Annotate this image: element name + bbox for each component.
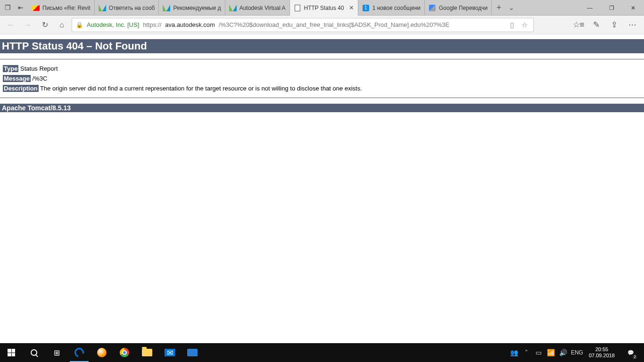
taskbar-firefox[interactable]: [91, 343, 113, 362]
message-label: Message: [3, 75, 31, 82]
tab-yandex-mail[interactable]: Письмо «Re: Revit: [28, 0, 95, 16]
people-icon[interactable]: 👥: [510, 343, 519, 362]
tab-strip-sys-buttons: ❐ ⇤: [0, 0, 28, 15]
divider: [0, 98, 644, 98]
search-button[interactable]: [23, 343, 45, 362]
tab-label: Письмо «Re: Revit: [42, 5, 91, 11]
error-heading: HTTP Status 404 – Not Found: [0, 39, 644, 53]
clock[interactable]: 20:55 07.09.2018: [586, 346, 618, 359]
tab-label: 1 новое сообщени: [372, 5, 421, 11]
tab-label: Google Переводчи: [439, 5, 487, 11]
tab-label: Autodesk Virtual A: [239, 5, 286, 11]
set-aside-tabs-icon[interactable]: ❐: [1, 0, 14, 16]
show-tabs-aside-icon[interactable]: ⇤: [14, 0, 27, 16]
tray-overflow-icon[interactable]: ˄: [522, 343, 531, 362]
clock-date: 07.09.2018: [589, 353, 615, 359]
tab-mailru[interactable]: 1 1 новое сообщени: [358, 0, 425, 16]
tab-label: Рекомендуемые д: [173, 5, 221, 11]
notes-icon[interactable]: ✎: [588, 18, 604, 32]
tab-autodesk-recommended[interactable]: Рекомендуемые д: [159, 0, 225, 16]
close-tab-icon[interactable]: ✕: [349, 4, 354, 11]
server-signature: Apache Tomcat/8.5.13: [0, 104, 644, 112]
taskbar-edge[interactable]: [68, 343, 91, 362]
share-icon[interactable]: ⇪: [606, 18, 622, 32]
page-favicon-icon: [294, 4, 301, 12]
windows-taskbar: ⊞ 👥 ˄ ▭ 📶 🔊 ENG 20:55 07.09.2018 💬2: [0, 343, 644, 362]
toolbar-right: ☆≡ ✎ ⇪ ⋯: [570, 18, 640, 32]
tab-autodesk-reply[interactable]: Ответить на сооб: [95, 0, 159, 16]
tabs-overflow-button[interactable]: ⌄: [506, 0, 517, 15]
new-tab-button[interactable]: +: [492, 0, 506, 15]
url-host: ava.autodesk.com: [165, 21, 215, 28]
type-label: Type: [3, 65, 18, 72]
gtranslate-favicon-icon: [429, 4, 436, 12]
yandex-favicon-icon: [32, 4, 40, 12]
favorites-hub-icon[interactable]: ☆≡: [570, 18, 586, 32]
tab-label: HTTP Status 40: [304, 5, 344, 11]
cert-owner: Autodesk, Inc. [US]: [87, 21, 139, 28]
close-window-button[interactable]: ✕: [622, 0, 644, 16]
tab-autodesk-virtual[interactable]: Autodesk Virtual A: [225, 0, 290, 16]
wifi-icon[interactable]: 📶: [546, 343, 556, 362]
back-button[interactable]: ←: [4, 18, 18, 32]
minimize-button[interactable]: —: [579, 0, 601, 16]
divider: [0, 59, 644, 59]
reading-view-icon[interactable]: ▯: [508, 21, 516, 29]
description-label: Description: [3, 85, 39, 92]
autodesk-favicon-icon: [229, 4, 237, 12]
favorite-star-icon[interactable]: ☆: [520, 21, 529, 29]
description-line: Description The origin server did not fi…: [3, 85, 641, 92]
refresh-button[interactable]: ↻: [38, 18, 52, 32]
settings-more-icon[interactable]: ⋯: [624, 18, 640, 32]
maximize-button[interactable]: ❐: [601, 0, 622, 16]
url-path: /%3C?%20$download_edu_and_free_trial_lin…: [219, 21, 449, 28]
autodesk-favicon-icon: [163, 4, 170, 12]
task-view-button[interactable]: ⊞: [45, 343, 68, 362]
address-bar: ← → ↻ ⌂ 🔒 Autodesk, Inc. [US] https://av…: [0, 16, 644, 34]
tab-http-404[interactable]: HTTP Status 40 ✕: [290, 0, 358, 16]
battery-icon[interactable]: ▭: [534, 343, 544, 362]
url-scheme: https://: [143, 21, 161, 28]
type-line: Type Status Report: [3, 65, 641, 72]
taskbar-mail[interactable]: [158, 343, 181, 362]
action-center-icon[interactable]: 💬2: [620, 343, 641, 362]
type-value: Status Report: [18, 65, 58, 72]
home-button[interactable]: ⌂: [55, 18, 69, 32]
notification-count: 2: [632, 354, 637, 359]
autodesk-favicon-icon: [99, 4, 106, 12]
taskbar-app[interactable]: [181, 343, 204, 362]
page-content: HTTP Status 404 – Not Found Type Status …: [0, 39, 644, 112]
volume-icon[interactable]: 🔊: [559, 343, 568, 362]
start-button[interactable]: [0, 343, 23, 362]
mailru-favicon-icon: 1: [362, 4, 370, 12]
message-value: /%3C: [31, 75, 47, 82]
clock-time: 20:55: [595, 346, 609, 353]
lock-icon: 🔒: [76, 22, 83, 28]
system-tray: 👥 ˄ ▭ 📶 🔊 ENG 20:55 07.09.2018 💬2: [507, 343, 644, 362]
tab-label: Ответить на сооб: [109, 5, 155, 11]
taskbar-explorer[interactable]: [136, 343, 158, 362]
tab-google-translate[interactable]: Google Переводчи: [425, 0, 492, 16]
language-indicator[interactable]: ENG: [571, 343, 583, 362]
taskbar-chrome[interactable]: [113, 343, 136, 362]
url-field[interactable]: 🔒 Autodesk, Inc. [US] https://ava.autode…: [72, 18, 534, 32]
description-value: The origin server did not find a current…: [39, 85, 362, 92]
browser-tab-strip: ❐ ⇤ Письмо «Re: Revit Ответить на сооб Р…: [0, 0, 644, 16]
message-line: Message /%3C: [3, 75, 641, 82]
window-controls: — ❐ ✕: [579, 0, 644, 16]
forward-button[interactable]: →: [21, 18, 35, 32]
